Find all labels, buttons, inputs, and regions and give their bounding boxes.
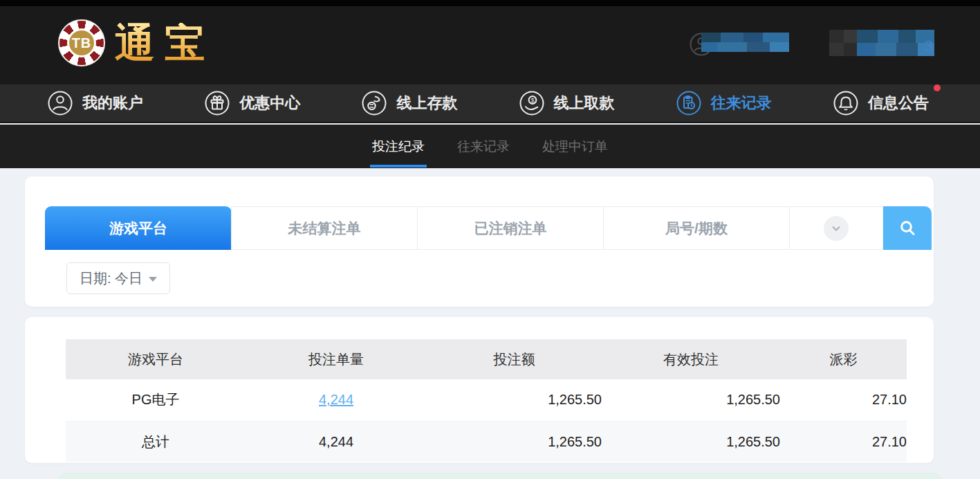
masked-balance-digit: 3 [924, 38, 933, 55]
filter-tabs: 游戏平台 未结算注单 已注销注单 [45, 206, 932, 250]
dropdown-toggle[interactable] [789, 206, 883, 250]
gift-icon [204, 90, 230, 116]
col-header-bet-amount: 投注额 [427, 339, 602, 379]
cell-payout: 27.10 [780, 379, 907, 421]
nav-label: 往来记录 [711, 93, 772, 114]
nav-item-withdraw[interactable]: $ 线上取款 [519, 90, 615, 116]
cell-platform: 总计 [66, 421, 246, 462]
cell-bet-count: 4,244 [246, 421, 427, 462]
chevron-down-icon [824, 216, 849, 241]
masked-username [701, 33, 789, 52]
col-header-platform: 游戏平台 [66, 339, 246, 379]
nav-label: 线上存款 [396, 93, 457, 114]
nav-item-promotions[interactable]: 优惠中心 [204, 90, 300, 116]
col-header-payout: 派彩 [780, 339, 907, 379]
report-card: 游戏平台 投注单量 投注额 有效投注 派彩 PG电子 4,244 1,265.5… [25, 317, 934, 463]
filter-tab-cancelled[interactable]: 已注销注单 [417, 206, 604, 250]
deposit-icon [361, 90, 387, 116]
filter-card: 游戏平台 未结算注单 已注销注单 日期: 今日 [25, 177, 934, 307]
filter-tab-unsettled[interactable]: 未结算注单 [231, 206, 418, 250]
top-black-strip [0, 0, 980, 6]
nav-label: 线上取款 [554, 93, 615, 114]
date-filter-label: 日期: 今日 [80, 269, 142, 288]
nav-item-my-account[interactable]: 我的账户 [47, 90, 143, 116]
cell-valid-bet: 1,265.50 [602, 379, 780, 421]
main-navigation: 我的账户 优惠中心 线上存款 $ [0, 84, 980, 123]
search-icon [898, 219, 917, 238]
table-row: PG电子 4,244 1,265.50 1,265.50 27.10 [66, 379, 907, 421]
cell-payout: 27.10 [780, 421, 907, 462]
caret-down-icon [149, 277, 157, 282]
cell-valid-bet: 1,265.50 [602, 421, 780, 462]
search-button[interactable] [883, 206, 932, 250]
user-icon [47, 90, 73, 116]
notice-bar [59, 472, 942, 479]
records-icon [676, 90, 702, 116]
masked-balance [829, 30, 934, 56]
nav-item-deposit[interactable]: 线上存款 [361, 90, 457, 116]
round-number-input[interactable] [603, 206, 790, 250]
nav-label: 我的账户 [82, 93, 143, 114]
col-header-bet-count: 投注单量 [246, 339, 427, 379]
table-header-row: 游戏平台 投注单量 投注额 有效投注 派彩 [66, 339, 907, 379]
cell-platform: PG电子 [66, 379, 246, 421]
date-filter-button[interactable]: 日期: 今日 [66, 262, 170, 294]
bet-summary-table: 游戏平台 投注单量 投注额 有效投注 派彩 PG电子 4,244 1,265.5… [66, 339, 907, 462]
nav-item-announcements[interactable]: 信息公告 [833, 90, 929, 116]
bell-icon [833, 90, 859, 116]
subtab-bet-records[interactable]: 投注纪录 [372, 138, 425, 156]
withdraw-icon: $ [519, 90, 545, 116]
cell-bet-amount: 1,265.50 [427, 379, 602, 421]
subtab-processing-orders[interactable]: 处理中订单 [542, 138, 608, 156]
svg-text:$: $ [530, 97, 534, 104]
subtab-transaction-records[interactable]: 往来记录 [457, 138, 510, 156]
col-header-valid-bet: 有效投注 [602, 339, 780, 379]
cell-bet-amount: 1,265.50 [427, 421, 602, 462]
table-total-row: 总计 4,244 1,265.50 1,265.50 27.10 [66, 421, 907, 462]
nav-label: 信息公告 [868, 93, 929, 114]
nav-label: 优惠中心 [239, 93, 300, 114]
filter-tab-game-platform[interactable]: 游戏平台 [45, 206, 232, 250]
sub-navigation: 投注纪录 往来记录 处理中订单 [0, 125, 980, 168]
nav-item-records[interactable]: 往来记录 [676, 90, 772, 116]
notification-dot [934, 84, 941, 91]
app-root: TB 通宝 3 我的账户 [0, 0, 980, 479]
bet-count-link[interactable]: 4,244 [319, 392, 353, 407]
site-header: TB 通宝 3 [0, 6, 980, 84]
user-area: 3 [0, 6, 980, 84]
